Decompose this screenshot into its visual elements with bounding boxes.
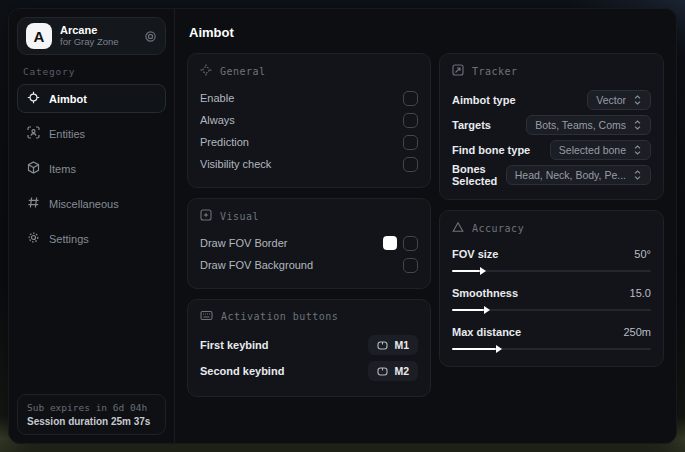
setting-row-second-keybind: Second keybind M2 — [200, 358, 418, 384]
first-keybind-button[interactable]: M1 — [368, 335, 418, 355]
visibility-check-checkbox[interactable] — [403, 157, 418, 172]
app-logo: A — [26, 23, 52, 49]
setting-row-visibility-check: Visibility check — [200, 153, 418, 175]
mouse-icon — [377, 362, 388, 380]
setting-row-smoothness: Smoothness 15.0 — [452, 283, 651, 315]
setting-row-bones-selected: Bones Selected Head, Neck, Body, Pe... — [452, 162, 651, 187]
visual-card: Visual Draw FOV Border Draw FOV Backgrou… — [187, 198, 431, 289]
accuracy-card: Accuracy FOV size 50° — [439, 210, 664, 367]
unfold-icon — [633, 166, 642, 184]
sidebar-item-label: Settings — [49, 233, 89, 245]
find-bone-type-select[interactable]: Selected bone — [550, 140, 651, 160]
triangle-icon — [452, 221, 464, 235]
tracker-card: Tracker Aimbot type Vector — [439, 53, 664, 200]
scan-person-icon — [27, 126, 40, 141]
setting-row-draw-fov-background: Draw FOV Background — [200, 254, 418, 276]
sparkle-square-icon — [200, 209, 212, 223]
card-title: Tracker — [472, 66, 518, 77]
setting-row-prediction: Prediction — [200, 131, 418, 153]
draw-fov-background-checkbox[interactable] — [403, 258, 418, 273]
subscription-status: Sub expires in 6d 04h Session duration 2… — [17, 394, 166, 435]
always-checkbox[interactable] — [403, 113, 418, 128]
unfold-icon — [633, 141, 642, 159]
setting-row-max-distance: Max distance 250m — [452, 322, 651, 354]
crosshair-icon — [27, 91, 40, 106]
sub-expires-text: Sub expires in 6d 04h — [27, 402, 156, 413]
session-duration-text: Session duration 25m 37s — [27, 416, 156, 427]
unfold-icon — [633, 116, 642, 134]
app-name: Arcane — [60, 24, 119, 37]
crosshair-dashed-icon — [200, 64, 212, 78]
aimbot-type-select[interactable]: Vector — [587, 90, 651, 110]
targets-select[interactable]: Bots, Teams, Coms — [526, 115, 651, 135]
enable-checkbox[interactable] — [403, 91, 418, 106]
app-title-block: Arcane for Gray Zone — [60, 24, 119, 48]
power-icon[interactable] — [144, 30, 157, 43]
card-title: Activation buttons — [221, 311, 338, 322]
gear-icon — [27, 231, 40, 246]
fov-size-slider[interactable] — [452, 266, 651, 276]
sidebar-item-entities[interactable]: Entities — [17, 119, 166, 148]
setting-row-fov-size: FOV size 50° — [452, 244, 651, 276]
package-icon — [27, 161, 40, 176]
bones-selected-select[interactable]: Head, Neck, Body, Pe... — [506, 165, 651, 185]
setting-row-draw-fov-border: Draw FOV Border — [200, 232, 418, 254]
sidebar-item-settings[interactable]: Settings — [17, 224, 166, 253]
draw-fov-border-checkbox[interactable] — [403, 236, 418, 251]
smoothness-slider[interactable] — [452, 305, 651, 315]
unfold-icon — [633, 91, 642, 109]
card-title: Visual — [220, 211, 259, 222]
mouse-icon — [377, 336, 388, 354]
general-card: General Enable Always Prediction — [187, 53, 431, 188]
keyboard-icon — [200, 310, 213, 323]
cheat-menu-window: A Arcane for Gray Zone Category Aimbot — [8, 8, 677, 444]
max-distance-slider[interactable] — [452, 344, 651, 354]
hash-icon — [27, 196, 40, 211]
category-label: Category — [23, 66, 160, 77]
setting-row-first-keybind: First keybind M1 — [200, 332, 418, 358]
fov-border-color-swatch[interactable] — [383, 236, 397, 250]
activation-buttons-card: Activation buttons First keybind M1 — [187, 299, 431, 397]
card-title: General — [220, 66, 266, 77]
sidebar-item-label: Aimbot — [49, 93, 87, 105]
target-arrow-icon — [452, 64, 464, 78]
setting-row-aimbot-type: Aimbot type Vector — [452, 87, 651, 112]
app-subtitle: for Gray Zone — [60, 37, 119, 48]
prediction-checkbox[interactable] — [403, 135, 418, 150]
sidebar-item-label: Entities — [49, 128, 85, 140]
sidebar-item-items[interactable]: Items — [17, 154, 166, 183]
sidebar-item-label: Items — [49, 163, 76, 175]
page-title: Aimbot — [189, 25, 664, 40]
setting-row-always: Always — [200, 109, 418, 131]
sidebar-item-label: Miscellaneous — [49, 198, 119, 210]
sidebar-item-aimbot[interactable]: Aimbot — [17, 84, 166, 113]
setting-row-enable: Enable — [200, 87, 418, 109]
card-title: Accuracy — [472, 223, 524, 234]
second-keybind-button[interactable]: M2 — [368, 361, 418, 381]
main-content: Aimbot General Enable — [175, 9, 676, 443]
setting-row-find-bone-type: Find bone type Selected bone — [452, 137, 651, 162]
sidebar-item-miscellaneous[interactable]: Miscellaneous — [17, 189, 166, 218]
app-header: A Arcane for Gray Zone — [17, 17, 166, 55]
setting-row-targets: Targets Bots, Teams, Coms — [452, 112, 651, 137]
sidebar: A Arcane for Gray Zone Category Aimbot — [9, 9, 175, 443]
